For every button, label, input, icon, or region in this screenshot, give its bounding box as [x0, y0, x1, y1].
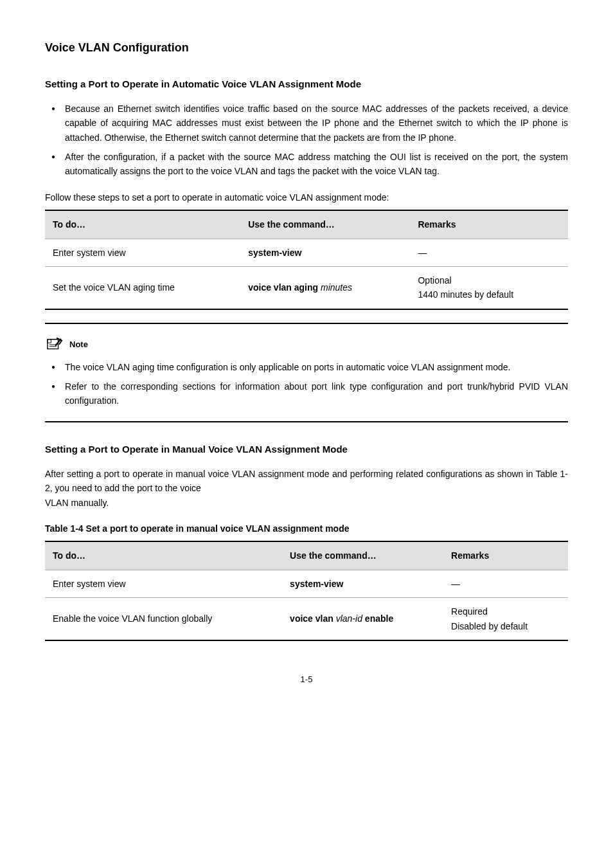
note-label: Note [69, 338, 88, 352]
cell: system-view [282, 570, 443, 597]
table1-header-1: To do… [45, 210, 240, 239]
table-row: Enable the voice VLAN function globally … [45, 598, 568, 640]
section2-intro: After setting a port to operate in manua… [45, 467, 568, 510]
table1-header-3: Remarks [410, 210, 568, 239]
bullet-text: Refer to the corresponding sections for … [65, 379, 568, 408]
table1: To do… Use the command… Remarks Enter sy… [45, 210, 568, 310]
cell: voice vlan vlan-id enable [282, 598, 443, 640]
table2-header-3: Remarks [443, 541, 568, 570]
bullet-text: After the configuration, if a packet wit… [65, 150, 568, 179]
bullet-icon: ● [51, 150, 55, 179]
section1-bullet-1: ● Because an Ethernet switch identifies … [45, 102, 568, 145]
table1-header-2: Use the command… [240, 210, 410, 239]
cell: Set the voice VLAN aging time [45, 266, 240, 309]
cell: — [410, 239, 568, 266]
bullet-icon: ● [51, 360, 55, 374]
table2-header-2: Use the command… [282, 541, 443, 570]
divider [45, 323, 568, 324]
table2: To do… Use the command… Remarks Enter sy… [45, 541, 568, 641]
cell: Enter system view [45, 570, 282, 597]
note-bullet-1: ● The voice VLAN aging time configuratio… [45, 360, 568, 374]
page-heading: Voice VLAN Configuration [45, 39, 568, 57]
bullet-text: The voice VLAN aging time configuration … [65, 360, 568, 374]
section2-title: Setting a Port to Operate in Manual Voic… [45, 442, 568, 457]
cell: Required Disabled by default [443, 598, 568, 640]
cell: Enable the voice VLAN function globally [45, 598, 282, 640]
bullet-icon: ● [51, 102, 55, 145]
note-header: Note [45, 337, 568, 354]
divider [45, 421, 568, 422]
bullet-icon: ● [51, 379, 55, 408]
section1-title: Setting a Port to Operate in Automatic V… [45, 77, 568, 92]
cell: — [443, 570, 568, 597]
note-section: Note ● The voice VLAN aging time configu… [45, 337, 568, 408]
note-bullet-2: ● Refer to the corresponding sections fo… [45, 379, 568, 408]
cell: Optional 1440 minutes by default [410, 266, 568, 309]
table2-header-1: To do… [45, 541, 282, 570]
cell: voice vlan aging minutes [240, 266, 410, 309]
table-row: Enter system view system-view — [45, 239, 568, 266]
section1-bullet-2: ● After the configuration, if a packet w… [45, 150, 568, 179]
table2-caption: Table 1-4 Set a port to operate in manua… [45, 521, 568, 536]
note-icon [45, 337, 64, 354]
cell: system-view [240, 239, 410, 266]
table-row: Set the voice VLAN aging time voice vlan… [45, 266, 568, 309]
page-number: 1-5 [45, 673, 568, 687]
cell: Enter system view [45, 239, 240, 266]
table1-caption: Follow these steps to set a port to oper… [45, 190, 568, 204]
table-row: Enter system view system-view — [45, 570, 568, 597]
bullet-text: Because an Ethernet switch identifies vo… [65, 102, 568, 145]
